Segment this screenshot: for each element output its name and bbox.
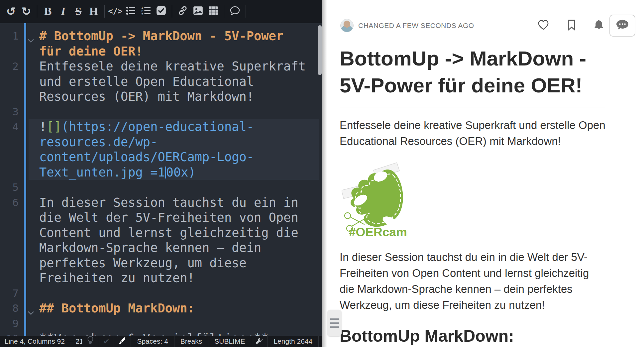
table-button[interactable]: [206, 4, 221, 19]
toolbar-separator: [246, 5, 246, 18]
editor-row: resources.de/wp-: [0, 135, 322, 150]
editor-row: 4![](https://open-educational-: [0, 119, 322, 135]
comment-filled-icon: [615, 19, 629, 32]
editor-row: 6In dieser Session tauchst du ein in: [0, 195, 322, 210]
bold-icon: B: [44, 6, 52, 17]
line-number: 5: [0, 180, 19, 195]
editor-toolbar: ↺↻BISH</>123: [0, 0, 322, 23]
italic-button[interactable]: I: [55, 4, 71, 19]
document-actions: [537, 19, 604, 32]
wrench-icon: [256, 337, 263, 346]
editor-scrollbar[interactable]: [318, 25, 322, 75]
heart-button[interactable]: [537, 19, 550, 32]
wrench-toggle[interactable]: [251, 336, 268, 347]
code-line[interactable]: In dieser Session tauchst du ein in: [39, 195, 321, 210]
editor-row: perfektes Werkzeug, um diese: [0, 256, 322, 271]
code-line[interactable]: perfektes Werkzeug, um diese: [39, 256, 321, 271]
code-line[interactable]: Markdown-Sprache kennen – dein: [39, 240, 321, 256]
linebreak-setting[interactable]: Breaks: [174, 336, 208, 347]
code-line[interactable]: ## BottomUp MarkDown:: [39, 301, 321, 316]
editor-row: Resources (OER) mit Markdown!: [0, 89, 322, 104]
checkmark-icon: ✔: [103, 337, 109, 346]
redo-button[interactable]: ↻: [19, 4, 34, 19]
rendered-markdown: BottomUp -> MarkDown - 5V-Power für dein…: [340, 37, 605, 347]
intro-paragraph: Entfessele deine kreative Superkraft und…: [340, 117, 605, 149]
table-icon: [208, 6, 218, 17]
link-button[interactable]: [175, 4, 190, 19]
code-line[interactable]: content/uploads/OERCamp-Logo-: [39, 150, 321, 165]
checkmark-toggle[interactable]: ✔: [99, 336, 114, 347]
fold-chevron-icon[interactable]: [27, 34, 35, 49]
code-line[interactable]: **Verwahren & Vervielfältigen**: [39, 331, 321, 336]
code-button[interactable]: </>: [108, 4, 123, 19]
strikethrough-button[interactable]: S: [71, 4, 86, 19]
brush-toggle[interactable]: [114, 336, 131, 347]
undo-button[interactable]: ↺: [3, 4, 19, 19]
code-line[interactable]: ![](https://open-educational-: [39, 119, 321, 135]
editor-row: 3: [0, 104, 322, 120]
editor-row: und erstelle Open Educational: [0, 74, 322, 89]
code-line[interactable]: Resources (OER) mit Markdown!: [39, 89, 321, 104]
heading-icon: H: [89, 6, 98, 17]
code-line[interactable]: Content und lernst gleichzeitig die: [39, 225, 321, 241]
toolbar-separator: [37, 5, 37, 18]
code-icon: </>: [108, 7, 122, 16]
checklist-icon: [156, 6, 166, 17]
bold-button[interactable]: B: [40, 4, 55, 19]
lightbulb-toggle[interactable]: [82, 336, 99, 347]
code-line[interactable]: Entfessele deine kreative Superkraft: [39, 59, 321, 74]
code-line[interactable]: Freiheiten zu nutzen!: [39, 271, 321, 286]
ordered-list-button[interactable]: 123: [138, 4, 154, 19]
comments-button[interactable]: [609, 15, 635, 37]
indent-setting[interactable]: Spaces: 4: [131, 336, 174, 347]
bell-button[interactable]: [593, 19, 604, 32]
comment-icon: [230, 5, 240, 17]
toolbar-separator: [172, 5, 172, 18]
code-line[interactable]: Text_unten.jpg =100x): [39, 165, 321, 180]
line-number: 3: [0, 104, 19, 120]
heading-button[interactable]: H: [86, 4, 101, 19]
line-number: 6: [0, 195, 19, 210]
session-paragraph: In dieser Session tauchst du ein in die …: [340, 249, 605, 313]
fold-chevron-icon[interactable]: [27, 306, 35, 321]
code-line[interactable]: # BottomUp -> MarkDown - 5V-Power: [39, 29, 321, 44]
bullet-list-button[interactable]: [123, 4, 138, 19]
preview-pane: CHANGED A FEW SECONDS AGO BottomUp -> Ma…: [322, 0, 644, 347]
avatar[interactable]: [340, 19, 354, 32]
undo-icon: ↺: [6, 6, 16, 17]
editor-statusbar: Line 4, Columns 92 — 21✔Spaces: 4BreaksS…: [0, 336, 322, 347]
checklist-button[interactable]: [154, 4, 169, 19]
keymap-setting[interactable]: SUBLIME: [208, 336, 251, 347]
last-changed-label: CHANGED A FEW SECONDS AGO: [358, 22, 474, 30]
toc-grip[interactable]: [327, 310, 342, 336]
document-info-bar: CHANGED A FEW SECONDS AGO: [322, 0, 644, 40]
editor-row: Freiheiten zu nutzen!: [0, 271, 322, 286]
editor-row: 2Entfessele deine kreative Superkraft: [0, 59, 322, 74]
editor-pane: ↺↻BISH</>123 1# BottomUp -> MarkDown - 5…: [0, 0, 322, 347]
code-line[interactable]: und erstelle Open Educational: [39, 74, 321, 89]
line-number: 9: [0, 316, 19, 331]
lightbulb-icon: [86, 336, 94, 347]
line-number: 1: [0, 29, 19, 44]
oercamp-logo: #OERcamp: [342, 162, 408, 239]
comment-button[interactable]: [227, 4, 243, 19]
code-line[interactable]: resources.de/wp-: [39, 135, 321, 150]
bookmark-button[interactable]: [567, 19, 576, 32]
editor-row: 10**Verwahren & Vervielfältigen**: [0, 331, 322, 336]
image-button[interactable]: [190, 4, 206, 19]
editor-row: die Welt der 5V-Freiheiten von Open: [0, 210, 322, 225]
redo-icon: ↻: [22, 6, 31, 17]
heart-icon: [537, 19, 550, 32]
code-line[interactable]: die Welt der 5V-Freiheiten von Open: [39, 210, 321, 225]
code-line[interactable]: für deine OER!: [39, 44, 321, 59]
markdown-editor[interactable]: 1# BottomUp -> MarkDown - 5V-Powerfür de…: [0, 23, 322, 336]
image-icon: [193, 6, 203, 17]
pane-divider-shadow: [322, 0, 327, 347]
bookmark-icon: [567, 19, 576, 32]
editor-row: 8## BottomUp MarkDown:: [0, 301, 322, 316]
editor-row: Text_unten.jpg =100x): [0, 165, 322, 180]
svg-text:3: 3: [141, 12, 143, 16]
editor-row: 1# BottomUp -> MarkDown - 5V-Power: [0, 29, 322, 44]
editor-row: Markdown-Sprache kennen – dein: [0, 240, 322, 256]
line-number: 8: [0, 301, 19, 316]
